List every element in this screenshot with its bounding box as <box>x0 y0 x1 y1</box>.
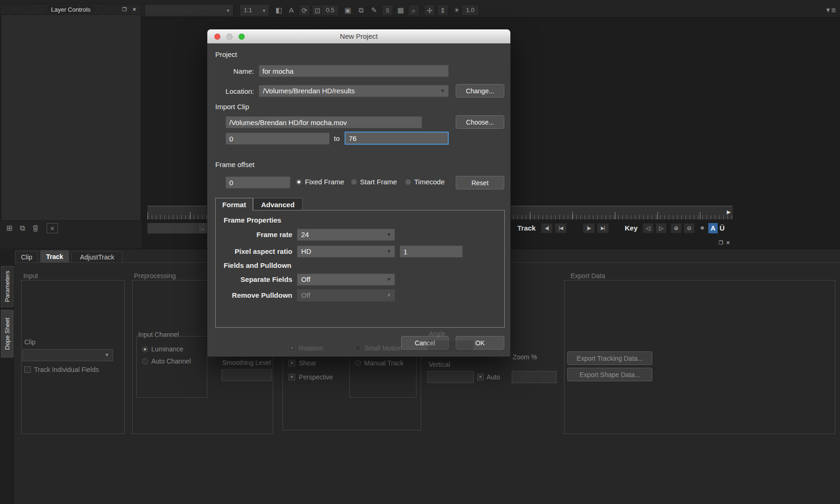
tab-adjust-track[interactable]: AdjustTrack <box>71 251 123 263</box>
manual-track-radio[interactable] <box>355 360 361 366</box>
restore-lower-panel-icon[interactable]: ❐ <box>718 239 724 246</box>
add-layer-icon[interactable]: ⊞ <box>4 223 15 233</box>
playhead-marker-icon[interactable]: ▶ <box>727 209 731 215</box>
slider-icon[interactable]: ⇕ <box>437 5 448 16</box>
key-delete-icon[interactable]: ⊖ <box>684 223 695 233</box>
track-backwards-one-button[interactable]: |◀ <box>555 223 567 233</box>
toolbar-menu-icon[interactable]: ▼≣ <box>824 5 838 16</box>
track-individual-fields-label[interactable]: Track Individual Fields <box>34 366 99 373</box>
chevron-down-icon: ▼ <box>387 293 391 298</box>
deselect-all-icon[interactable]: ✕ <box>47 223 58 233</box>
split-view-icon[interactable]: ◧ <box>273 5 284 16</box>
key-next-icon[interactable]: ▷ <box>656 223 667 233</box>
perspective-label[interactable]: Perspective <box>299 373 333 381</box>
project-name-input[interactable] <box>259 65 449 77</box>
zoom-window-icon[interactable] <box>239 34 245 40</box>
luminance-label[interactable]: Luminance <box>151 345 184 353</box>
clip-path-input[interactable] <box>226 116 422 128</box>
magnifier-icon[interactable]: ⌕ <box>408 5 419 16</box>
close-panel-icon[interactable]: ✕ <box>131 6 138 13</box>
pixel-aspect-number-input[interactable] <box>400 245 463 258</box>
frame-out-input[interactable] <box>345 132 449 145</box>
track-transport-label: Track <box>517 224 536 232</box>
auto-channel-label[interactable]: Auto Channel <box>151 357 191 365</box>
check-mark: ✕ <box>290 374 294 379</box>
luminance-radio[interactable] <box>142 346 148 352</box>
start-frame-label[interactable]: Start Frame <box>360 178 397 186</box>
tab-format[interactable]: Format <box>215 198 253 210</box>
auto-checkbox[interactable]: ✕ <box>477 374 484 380</box>
key-add-icon[interactable]: ⊕ <box>671 223 682 233</box>
minimize-window-icon[interactable] <box>226 34 233 40</box>
duplicate-layer-icon[interactable]: ⧉ <box>17 223 28 233</box>
auto-channel-radio[interactable] <box>142 358 148 364</box>
timecode-label[interactable]: Timecode <box>414 178 445 186</box>
track-forwards-one-button[interactable]: |▶ <box>583 223 595 233</box>
location-combo[interactable]: /Volumes/Brendan HD/results ▼ <box>259 85 449 97</box>
stabilize-icon[interactable]: S <box>382 5 393 16</box>
pixel-aspect-ratio-combo[interactable]: HD ▼ <box>297 245 395 258</box>
perspective-checkbox[interactable]: ✕ <box>289 374 295 380</box>
separate-fields-combo[interactable]: Off ▼ <box>297 273 395 286</box>
grid-icon[interactable]: ▦ <box>395 5 406 16</box>
uberkey-button[interactable]: Ü <box>720 223 725 233</box>
fixed-frame-label[interactable]: Fixed Frame <box>305 178 344 186</box>
annotate-button[interactable]: A <box>708 223 718 233</box>
layers-icon[interactable]: ⧉ <box>355 5 367 16</box>
zoom-percent-input[interactable] <box>512 371 557 383</box>
tab-clip[interactable]: Clip <box>15 251 38 263</box>
small-motion-radio[interactable] <box>355 345 361 351</box>
shear-label[interactable]: Shear <box>299 359 316 367</box>
frame-rate-combo[interactable]: 24 ▼ <box>297 229 395 241</box>
smoothing-level-input[interactable] <box>221 369 272 381</box>
brightness-icon[interactable]: ☀ <box>451 5 462 16</box>
change-location-button[interactable]: Change... <box>456 84 504 98</box>
choose-clip-button[interactable]: Choose... <box>456 115 504 129</box>
exposure-value[interactable]: 1.0 <box>461 5 479 16</box>
fixed-frame-radio[interactable] <box>296 179 302 185</box>
side-tab-dope-sheet[interactable]: Dope Sheet <box>1 310 14 357</box>
export-tracking-data-button[interactable]: Export Tracking Data... <box>567 351 652 365</box>
zoom-ratio-combo[interactable]: 1:1 ▼ <box>240 4 269 16</box>
reset-offset-button[interactable]: Reset <box>456 176 504 189</box>
key-prev-icon[interactable]: ◁ <box>642 223 654 233</box>
start-frame-radio[interactable] <box>351 179 357 185</box>
angle-input[interactable] <box>427 340 474 352</box>
timecode-radio[interactable] <box>405 179 411 185</box>
auto-label[interactable]: Auto <box>487 373 500 381</box>
trash-icon[interactable] <box>30 223 41 233</box>
frame-in-input[interactable] <box>226 133 330 145</box>
side-tab-parameters[interactable]: Parameters <box>1 266 14 307</box>
close-window-icon[interactable] <box>214 34 220 40</box>
export-shape-data-button[interactable]: Export Shape Data... <box>567 368 652 381</box>
tab-track[interactable]: Track <box>40 250 69 263</box>
rotation-label[interactable]: Rotation <box>299 344 323 352</box>
clip-combo[interactable]: ▼ <box>22 349 113 361</box>
pan-hand-icon[interactable]: ✛ <box>424 5 435 16</box>
timeline-scrollbar[interactable]: → <box>147 223 207 234</box>
person-icon[interactable]: ☻ <box>697 223 708 233</box>
rotation-checkbox[interactable]: ✕ <box>289 345 295 351</box>
small-motion-label[interactable]: Small Motion <box>364 344 402 352</box>
tab-advanced[interactable]: Advanced <box>253 198 303 210</box>
close-lower-panel-icon[interactable]: ✕ <box>725 239 731 246</box>
track-forwards-button[interactable]: ▶| <box>597 223 609 233</box>
track-individual-fields-checkbox[interactable] <box>24 366 31 373</box>
shear-checkbox[interactable]: ✕ <box>289 360 295 366</box>
gain-value[interactable]: 0.5 <box>321 5 339 16</box>
monitor-icon[interactable]: ▣ <box>342 5 353 16</box>
manual-track-label[interactable]: Manual Track <box>364 359 403 367</box>
track-backwards-button[interactable]: ◀| <box>541 223 553 233</box>
view-layer-combo[interactable]: ▼ <box>145 4 233 16</box>
restore-window-icon[interactable]: ❐ <box>121 6 128 13</box>
layer-controls-panel <box>1 15 141 221</box>
dialog-titlebar[interactable]: New Project <box>207 29 510 43</box>
scroll-right-icon[interactable]: → <box>198 223 207 233</box>
layer-controls-footer: ⊞ ⧉ ✕ <box>0 221 141 249</box>
text-tool-icon[interactable]: A <box>286 5 297 16</box>
vertical-input[interactable] <box>427 371 474 383</box>
frame-offset-input[interactable] <box>226 176 290 189</box>
pen-icon[interactable]: ✎ <box>368 5 380 16</box>
separate-fields-value: Off <box>301 275 311 283</box>
refresh-icon[interactable]: ⟳ <box>299 5 310 16</box>
